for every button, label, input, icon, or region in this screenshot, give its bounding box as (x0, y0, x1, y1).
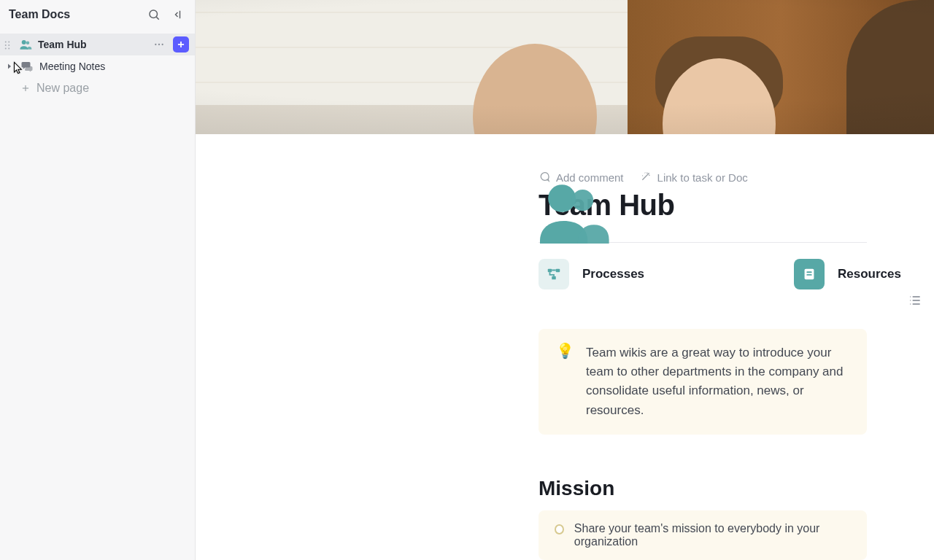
card-label: Processes (582, 267, 644, 281)
chat-bubbles-icon (20, 60, 34, 73)
svg-point-5 (5, 44, 7, 46)
quick-links-row: Processes Resources (539, 259, 867, 289)
sidebar-new-page-label: New page (36, 82, 89, 95)
people-icon (19, 38, 32, 51)
svg-point-13 (162, 44, 163, 45)
page-icon-large[interactable] (533, 181, 610, 244)
svg-point-6 (8, 44, 9, 46)
svg-rect-27 (548, 268, 552, 272)
tip-text: Team wikis are a great way to introduce … (586, 343, 849, 420)
mission-text: Share your team's mission to everybody i… (574, 522, 851, 548)
caret-right-icon[interactable] (4, 61, 15, 71)
svg-point-20 (572, 190, 593, 211)
sidebar-item-meeting-notes[interactable]: Meeting Notes (0, 55, 195, 77)
card-resources[interactable]: Resources (794, 259, 934, 289)
document-main: Add comment Link to task or Doc Team Hub… (196, 0, 934, 560)
svg-point-7 (5, 48, 7, 50)
svg-rect-32 (806, 274, 811, 276)
svg-rect-29 (552, 276, 556, 279)
collapse-sidebar-icon[interactable] (171, 7, 186, 22)
link-task-button[interactable]: Link to task or Doc (640, 171, 748, 184)
svg-point-3 (5, 42, 7, 43)
svg-rect-31 (806, 271, 811, 273)
flow-icon (539, 259, 569, 289)
sidebar-item-label: Meeting Notes (39, 61, 105, 72)
svg-point-8 (8, 48, 9, 50)
outline-icon[interactable] (908, 293, 922, 308)
svg-rect-28 (556, 268, 560, 272)
sidebar-item-team-hub[interactable]: Team Hub (0, 34, 195, 55)
sidebar-header: Team Docs (0, 0, 195, 29)
svg-point-9 (22, 40, 26, 44)
sidebar-header-actions (147, 7, 186, 22)
sidebar-page-list: Team Hub Meeting Notes (0, 29, 195, 99)
card-processes[interactable]: Processes (539, 259, 743, 289)
svg-point-10 (26, 42, 30, 45)
wand-icon (640, 171, 652, 184)
search-icon[interactable] (147, 7, 161, 22)
app-root: Team Docs Team Hub (0, 0, 934, 560)
svg-point-12 (158, 44, 160, 45)
svg-line-1 (156, 17, 158, 19)
add-subpage-button[interactable] (173, 36, 189, 52)
tip-callout: 💡 Team wikis are a great way to introduc… (539, 329, 867, 435)
drag-handle-icon[interactable] (4, 39, 12, 50)
sidebar-item-label: Team Hub (38, 39, 87, 50)
book-icon (794, 259, 825, 289)
card-label: Resources (838, 267, 901, 281)
svg-point-19 (548, 184, 576, 212)
lightbulb-icon: 💡 (556, 343, 574, 420)
bullet-icon (555, 524, 564, 534)
plus-icon (20, 83, 31, 93)
cover-image[interactable] (196, 0, 934, 134)
mission-callout: Share your team's mission to everybody i… (539, 510, 867, 560)
sidebar-new-page[interactable]: New page (0, 77, 195, 99)
more-icon[interactable] (151, 36, 167, 52)
svg-point-4 (8, 42, 9, 43)
svg-marker-16 (8, 64, 11, 69)
sidebar: Team Docs Team Hub (0, 0, 196, 560)
svg-point-0 (150, 10, 158, 18)
link-task-label: Link to task or Doc (657, 171, 748, 184)
section-heading-mission[interactable]: Mission (539, 477, 934, 500)
sidebar-title: Team Docs (9, 8, 70, 21)
svg-point-11 (155, 44, 156, 45)
